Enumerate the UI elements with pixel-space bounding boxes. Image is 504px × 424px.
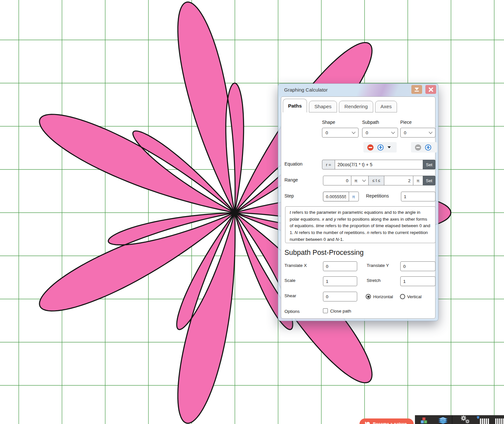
equation-input[interactable] <box>335 160 423 169</box>
range-set-button[interactable]: Set <box>423 176 436 185</box>
minus-icon <box>416 147 420 148</box>
shear-input[interactable] <box>323 292 357 301</box>
become-a-patron-button[interactable]: Become a patron <box>359 418 414 424</box>
minimize-button[interactable] <box>411 85 422 94</box>
chevron-down-icon <box>352 130 355 134</box>
chevron-down-icon <box>391 130 395 134</box>
taskbar <box>415 415 504 424</box>
shear-label: Shear <box>284 293 296 298</box>
plus-icon <box>427 147 430 148</box>
add-subpath-button[interactable] <box>377 144 384 151</box>
range-from-input[interactable] <box>323 176 351 185</box>
range-to-unit: π <box>413 176 423 185</box>
vertical-radio[interactable] <box>400 294 405 299</box>
gears-icon[interactable] <box>460 415 471 424</box>
step-unit[interactable]: π <box>349 192 359 201</box>
range-label: Range <box>284 177 298 183</box>
subpath-select-value: 0 <box>366 130 368 135</box>
shape-label: Shape <box>322 120 335 125</box>
layers-icon[interactable] <box>438 415 448 424</box>
close-button[interactable] <box>425 85 436 94</box>
repetitions-input[interactable] <box>401 192 435 201</box>
taskbar-divider <box>452 415 452 424</box>
translate-x-input[interactable] <box>323 261 357 271</box>
shape-select-value: 0 <box>326 130 328 135</box>
close-path-label: Close path <box>330 309 351 314</box>
minus-icon <box>369 147 372 148</box>
tab-bar: Paths Shapes Rendering Axes <box>283 99 397 112</box>
piece-select-value: 0 <box>404 130 406 135</box>
parameter-help-text: t refers to the parameter in parametric … <box>285 206 435 243</box>
patreon-button-label: Become a patron <box>373 422 407 424</box>
blocks-icon[interactable] <box>420 415 428 424</box>
shape-select[interactable]: 0 <box>322 128 359 138</box>
patreon-logo-icon <box>365 422 370 424</box>
piece-buttons <box>411 142 437 153</box>
range-from-unit-select[interactable]: π <box>351 176 369 185</box>
tab-shapes[interactable]: Shapes <box>309 101 337 112</box>
options-label: Options <box>284 309 300 314</box>
graphing-calculator-dialog: Graphing Calculator Paths Shapes Renderi… <box>278 83 438 321</box>
horizontal-radio-label: Horizontal <box>373 294 393 299</box>
close-path-checkbox[interactable] <box>323 308 328 313</box>
collapse-icon <box>414 87 419 92</box>
range-from-unit-value: π <box>355 178 358 183</box>
close-icon <box>429 87 433 92</box>
translate-y-label: Translate Y <box>367 263 389 268</box>
chevron-down-icon <box>362 178 366 182</box>
translate-x-label: Translate X <box>284 263 307 268</box>
chevron-down-icon <box>429 130 432 134</box>
range-relation: ≤ t ≤ <box>368 176 384 185</box>
tab-axes[interactable]: Axes <box>375 101 397 112</box>
add-piece-button[interactable] <box>425 144 431 151</box>
meter-icon[interactable] <box>495 415 504 424</box>
subpath-label: Subpath <box>362 120 379 125</box>
translate-y-input[interactable] <box>400 261 435 271</box>
horizontal-radio[interactable] <box>366 294 371 299</box>
repetitions-label: Repetitions <box>366 193 389 198</box>
plus-icon <box>379 147 382 148</box>
range-to-input[interactable] <box>384 176 414 185</box>
equation-set-button[interactable]: Set <box>423 160 435 169</box>
tab-rendering[interactable]: Rendering <box>339 101 373 112</box>
piece-label: Piece <box>400 120 412 125</box>
meter-icon[interactable] <box>477 415 490 424</box>
piece-select[interactable]: 0 <box>400 128 435 138</box>
tab-paths[interactable]: Paths <box>283 99 307 112</box>
dialog-panel: Paths Shapes Rendering Axes Shape Subpat… <box>281 96 435 319</box>
stretch-label: Stretch <box>367 278 381 283</box>
subpath-buttons <box>363 142 397 153</box>
step-label: Step <box>284 193 294 198</box>
step-input[interactable] <box>323 192 349 201</box>
equation-label: Equation <box>284 161 302 167</box>
scale-input[interactable] <box>323 276 357 286</box>
scale-label: Scale <box>284 278 296 283</box>
remove-piece-button[interactable] <box>415 144 421 151</box>
remove-subpath-button[interactable] <box>367 144 374 151</box>
subpath-select[interactable]: 0 <box>362 128 398 138</box>
stretch-input[interactable] <box>400 276 435 286</box>
dialog-title: Graphing Calculator <box>284 87 328 93</box>
subpath-post-processing-heading: Subpath Post-Processing <box>284 249 364 257</box>
equation-prefix: r = <box>322 160 335 169</box>
add-subpath-menu-caret[interactable] <box>388 146 391 148</box>
dialog-titlebar[interactable]: Graphing Calculator <box>278 84 438 96</box>
vertical-radio-label: Vertical <box>407 294 421 299</box>
